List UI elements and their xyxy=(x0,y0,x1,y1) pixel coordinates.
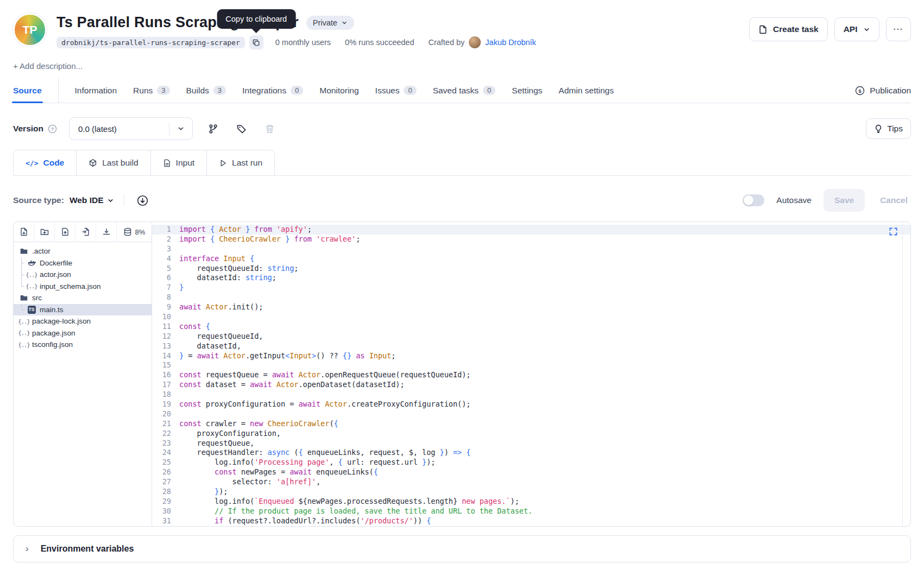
code-line[interactable]: 26 const newPages = await enqueueLinks({ xyxy=(152,467,910,477)
code-line[interactable]: 5 requestQueueId: string; xyxy=(152,264,910,274)
code-line[interactable]: 13 datasetId, xyxy=(152,341,910,351)
tree-item-actor[interactable]: .actor xyxy=(14,245,152,257)
code-line[interactable]: 3 xyxy=(152,244,910,254)
tab-label: Source xyxy=(13,86,42,96)
code-line[interactable]: 7} xyxy=(152,283,910,293)
cancel-button[interactable]: Cancel xyxy=(877,195,911,205)
tab-issues[interactable]: Issues0 xyxy=(375,78,417,103)
line-number: 3 xyxy=(152,244,179,254)
tips-button[interactable]: Tips xyxy=(866,118,911,139)
autosave-toggle[interactable] xyxy=(743,194,764,206)
line-number: 8 xyxy=(152,293,179,302)
fullscreen-icon[interactable] xyxy=(889,227,897,236)
branch-icon[interactable] xyxy=(205,121,221,137)
code-line[interactable]: 23 requestQueue, xyxy=(152,439,910,448)
code-editor[interactable]: 1import { Actor } from 'apify';2import {… xyxy=(152,222,910,526)
line-number: 5 xyxy=(152,264,179,274)
folder-icon xyxy=(18,248,29,255)
environment-variables-panel[interactable]: › Environment variables xyxy=(13,535,911,562)
code-line[interactable]: 21const crawler = new CheerioCrawler({ xyxy=(152,419,910,429)
line-number: 22 xyxy=(152,429,179,439)
tree-item-tsconfig-json[interactable]: {..}tsconfig.json xyxy=(14,339,152,351)
code-line[interactable]: 15 xyxy=(152,360,910,370)
delete-version-icon[interactable] xyxy=(261,121,278,137)
subtab-last-run[interactable]: Last run xyxy=(206,150,274,175)
tab-label: Information xyxy=(75,86,117,96)
tree-item-src[interactable]: src xyxy=(14,292,152,304)
code-line[interactable]: 18 xyxy=(152,390,910,400)
subtab-label: Code xyxy=(43,158,64,168)
publication-label: Publication xyxy=(870,86,911,96)
package-icon xyxy=(89,159,97,167)
code-line[interactable]: 28 }); xyxy=(152,487,910,497)
tree-item-input-schema-json[interactable]: {..}input_schema.json xyxy=(14,281,152,293)
code-line[interactable]: 19const proxyConfiguration = await Actor… xyxy=(152,400,910,409)
ts-icon: TS xyxy=(26,306,37,314)
code-line[interactable]: 17const dataset = await Actor.openDatase… xyxy=(152,380,910,390)
tree-item-dockerfile[interactable]: Dockerfile xyxy=(14,257,152,269)
download-source-icon[interactable] xyxy=(134,192,150,208)
help-icon[interactable]: ? xyxy=(48,124,57,134)
version-select[interactable]: 0.0 (latest) xyxy=(69,117,193,140)
new-folder-button[interactable] xyxy=(34,222,55,242)
code-line[interactable]: 9await Actor.init(); xyxy=(152,302,910,312)
code-line[interactable]: 8 xyxy=(152,293,910,302)
code-line[interactable]: 20 xyxy=(152,409,910,419)
new-file-button[interactable] xyxy=(14,222,34,242)
tab-builds[interactable]: Builds3 xyxy=(186,78,226,103)
download-button[interactable] xyxy=(96,222,117,242)
tab-source[interactable]: Source xyxy=(13,78,42,103)
tree-item-package-lock-json[interactable]: {..}package-lock.json xyxy=(14,315,152,327)
more-actions-button[interactable]: ··· xyxy=(886,17,912,41)
tree-item-actor-json[interactable]: {..}actor.json xyxy=(14,269,152,281)
visibility-dropdown[interactable]: Private xyxy=(306,16,354,30)
tab-saved-tasks[interactable]: Saved tasks0 xyxy=(433,78,496,103)
tab-integrations[interactable]: Integrations0 xyxy=(242,78,303,103)
code-line[interactable]: 31 if (request?.loadedUrl?.includes('/pr… xyxy=(152,516,910,526)
code-line[interactable]: 27 selector: 'a[href]', xyxy=(152,477,910,487)
tab-monitoring[interactable]: Monitoring xyxy=(319,78,359,103)
tab-settings[interactable]: Settings xyxy=(512,78,542,103)
import-file-button[interactable] xyxy=(76,222,96,242)
code-line[interactable]: 10 xyxy=(152,312,910,322)
code-line-content: import { CheerioCrawler } from 'crawlee'… xyxy=(179,235,910,244)
line-number: 9 xyxy=(152,302,179,312)
tree-item-package-json[interactable]: {..}package.json xyxy=(14,327,152,339)
editor-scrollbar[interactable] xyxy=(902,222,910,526)
code-line[interactable]: 6 datasetId: string; xyxy=(152,273,910,283)
code-line[interactable]: 2import { CheerioCrawler } from 'crawlee… xyxy=(152,235,910,244)
create-task-button[interactable]: Create task xyxy=(749,17,828,41)
subtab-code[interactable]: </>Code xyxy=(14,150,76,175)
code-line[interactable]: 14} = await Actor.getInput<Input>() ?? {… xyxy=(152,351,910,361)
tree-item-main-ts[interactable]: TSmain.ts xyxy=(14,304,152,316)
line-number: 31 xyxy=(152,516,179,526)
publication-button[interactable]: $ Publication xyxy=(855,86,911,96)
author-link[interactable]: Jakub Drobník xyxy=(485,38,536,47)
storage-button[interactable]: 8% xyxy=(117,222,152,242)
tab-runs[interactable]: Runs3 xyxy=(133,78,169,103)
code-line[interactable]: 24 requestHandler: async ({ enqueueLinks… xyxy=(152,448,910,458)
code-line[interactable]: 29 log.info(`Enqueued ${newPages.process… xyxy=(152,497,910,507)
subtab-label: Last build xyxy=(102,158,138,168)
upload-file-button[interactable] xyxy=(55,222,76,242)
tab-label: Monitoring xyxy=(319,86,359,96)
subtab-last-build[interactable]: Last build xyxy=(76,150,150,175)
tab-admin-settings[interactable]: Admin settings xyxy=(558,78,614,103)
add-description-button[interactable]: + Add description... xyxy=(13,61,83,71)
api-button[interactable]: API xyxy=(834,17,879,41)
ellipsis-icon: ··· xyxy=(894,24,904,34)
line-number: 10 xyxy=(152,312,179,322)
code-line[interactable]: 1import { Actor } from 'apify'; xyxy=(152,225,910,235)
code-line[interactable]: 25 log.info('Processing page', { url: re… xyxy=(152,458,910,467)
tag-icon[interactable] xyxy=(233,121,249,137)
code-line[interactable]: 30 // If the product page is loaded, sav… xyxy=(152,507,910,516)
source-type-dropdown[interactable]: Web IDE xyxy=(70,195,115,205)
code-line[interactable]: 4interface Input { xyxy=(152,254,910,264)
tab-information[interactable]: Information xyxy=(75,78,117,103)
code-line[interactable]: 11const { xyxy=(152,322,910,332)
save-button[interactable]: Save xyxy=(824,189,865,212)
code-line[interactable]: 16const requestQueue = await Actor.openR… xyxy=(152,370,910,380)
code-line[interactable]: 22 proxyConfiguration, xyxy=(152,429,910,439)
code-line[interactable]: 12 requestQueueId, xyxy=(152,332,910,341)
subtab-input[interactable]: Input xyxy=(150,150,206,175)
